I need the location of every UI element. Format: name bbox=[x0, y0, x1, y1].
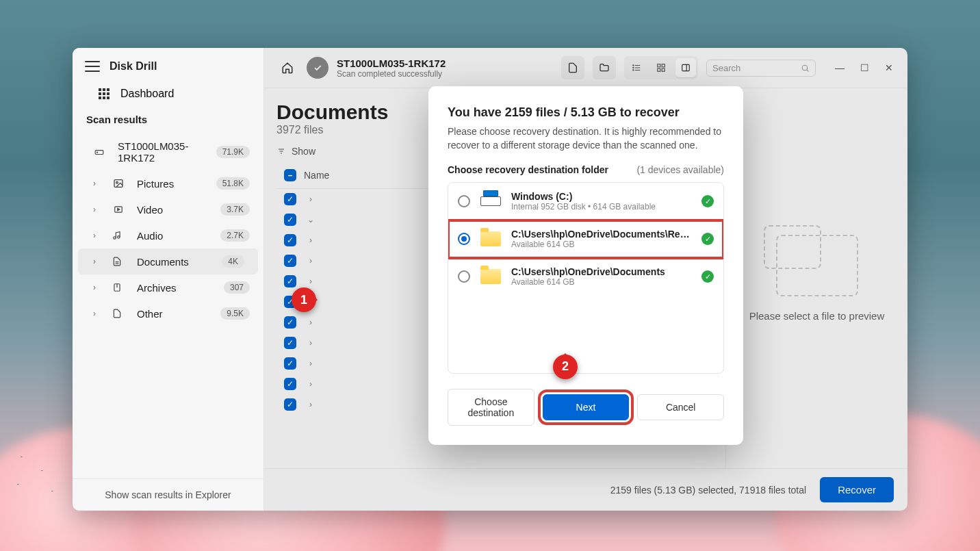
show-in-explorer-button[interactable]: Show scan results in Explorer bbox=[105, 489, 231, 500]
sidebar-item-st1000lm035-1rk172[interactable]: ST1000LM035-1RK17271.9K bbox=[73, 133, 263, 170]
audio-icon bbox=[112, 229, 126, 242]
cancel-button[interactable]: Cancel bbox=[637, 394, 724, 420]
count-badge: 9.5K bbox=[220, 307, 250, 320]
grid-icon bbox=[99, 88, 111, 99]
svg-point-3 bbox=[116, 181, 118, 183]
modal-description: Please choose recovery destination. It i… bbox=[448, 125, 724, 152]
sidebar-item-label: Other bbox=[137, 308, 209, 320]
destination-option[interactable]: Windows (C:)Internal 952 GB disk • 614 G… bbox=[448, 183, 723, 220]
destination-title: C:\Users\hp\OneDrive\Documents bbox=[511, 266, 692, 277]
count-badge: 4K bbox=[222, 255, 244, 268]
available-badge: ✓ bbox=[701, 233, 714, 245]
sidebar-item-label: Video bbox=[137, 204, 209, 216]
destination-subtitle: Available 614 GB bbox=[511, 277, 692, 287]
svg-point-5 bbox=[114, 237, 116, 240]
available-badge: ✓ bbox=[701, 195, 714, 207]
choose-folder-label: Choose recovery destination folder bbox=[448, 164, 608, 175]
chevron-right-icon: › bbox=[93, 179, 101, 188]
chevron-right-icon: › bbox=[93, 283, 101, 292]
folder-icon bbox=[480, 231, 501, 246]
sidebar-item-label: Audio bbox=[137, 230, 209, 242]
modal-heading: You have 2159 files / 5.13 GB to recover bbox=[448, 105, 724, 120]
sidebar-item-label: Documents bbox=[137, 256, 211, 268]
annotation-marker-2: 2 bbox=[553, 355, 578, 379]
destination-subtitle: Available 614 GB bbox=[511, 240, 692, 249]
chevron-right-icon: › bbox=[93, 309, 101, 318]
chevron-right-icon: › bbox=[93, 257, 101, 266]
other-icon bbox=[112, 307, 126, 320]
app-title: Disk Drill bbox=[109, 60, 157, 73]
scan-results-label: Scan results bbox=[73, 107, 263, 129]
dashboard-label: Dashboard bbox=[120, 88, 174, 100]
sidebar-item-label: Archives bbox=[137, 282, 213, 294]
chevron-right-icon: › bbox=[93, 205, 101, 214]
folder-icon bbox=[480, 269, 501, 284]
annotation-marker-1: 1 bbox=[292, 287, 316, 312]
disk-icon bbox=[480, 196, 501, 206]
main-area: ST1000LM035-1RK172 Scan completed succes… bbox=[264, 48, 907, 511]
sidebar: Disk Drill Dashboard Scan results ST1000… bbox=[73, 48, 264, 511]
hamburger-button[interactable] bbox=[85, 61, 100, 72]
count-badge: 2.7K bbox=[220, 229, 250, 242]
count-badge: 51.8K bbox=[216, 177, 250, 190]
sidebar-item-label: Pictures bbox=[137, 178, 205, 190]
devices-available-label: (1 devices available) bbox=[636, 164, 724, 175]
chevron-right-icon: › bbox=[93, 231, 101, 240]
radio-button[interactable] bbox=[458, 195, 470, 207]
svg-point-1 bbox=[97, 152, 98, 153]
sidebar-item-label: ST1000LM035-1RK172 bbox=[118, 140, 205, 164]
destination-subtitle: Internal 952 GB disk • 614 GB available bbox=[511, 202, 692, 212]
drive-icon bbox=[93, 147, 107, 157]
sidebar-item-archives[interactable]: ›Archives307 bbox=[73, 274, 263, 300]
radio-button[interactable] bbox=[458, 233, 470, 245]
destination-option[interactable]: C:\Users\hp\OneDrive\DocumentsAvailable … bbox=[448, 258, 723, 295]
sidebar-item-documents[interactable]: ›Documents4K bbox=[78, 248, 258, 274]
destination-title: C:\Users\hp\OneDrive\Documents\Recov… bbox=[511, 229, 692, 240]
count-badge: 3.7K bbox=[220, 203, 250, 216]
image-icon bbox=[112, 178, 126, 189]
destination-title: Windows (C:) bbox=[511, 191, 692, 202]
count-badge: 71.9K bbox=[216, 146, 250, 158]
sidebar-item-dashboard[interactable]: Dashboard bbox=[73, 81, 263, 107]
sidebar-item-pictures[interactable]: ›Pictures51.8K bbox=[73, 170, 263, 196]
sidebar-item-audio[interactable]: ›Audio2.7K bbox=[73, 222, 263, 248]
doc-icon bbox=[112, 255, 126, 268]
archive-icon bbox=[112, 281, 126, 294]
radio-button[interactable] bbox=[458, 270, 470, 283]
next-button[interactable]: Next bbox=[543, 394, 630, 420]
destination-option[interactable]: C:\Users\hp\OneDrive\Documents\Recov…Ava… bbox=[448, 220, 723, 258]
count-badge: 307 bbox=[224, 281, 250, 294]
modal-overlay: You have 2159 files / 5.13 GB to recover… bbox=[264, 48, 907, 511]
app-window: Disk Drill Dashboard Scan results ST1000… bbox=[73, 48, 907, 511]
sidebar-item-video[interactable]: ›Video3.7K bbox=[73, 196, 263, 222]
recovery-destination-modal: You have 2159 files / 5.13 GB to recover… bbox=[428, 86, 743, 445]
video-icon bbox=[112, 205, 126, 214]
available-badge: ✓ bbox=[701, 270, 714, 283]
choose-destination-button[interactable]: Choose destination bbox=[448, 389, 534, 426]
svg-point-6 bbox=[118, 236, 120, 239]
sidebar-item-other[interactable]: ›Other9.5K bbox=[73, 300, 263, 326]
